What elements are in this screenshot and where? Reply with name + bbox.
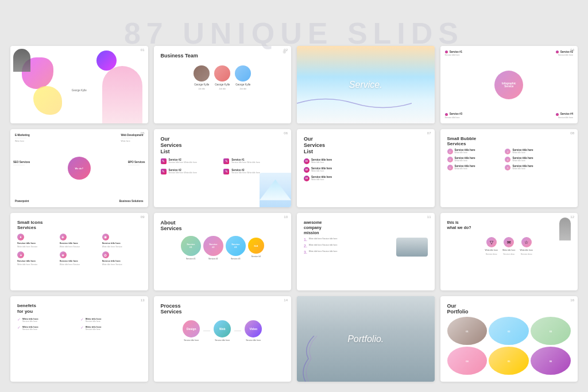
slide-13-title: benefetsfor you bbox=[17, 303, 141, 314]
icon-service-name-2: Service title here bbox=[60, 242, 78, 244]
service-corner-tl: Service #1 Service title here bbox=[445, 51, 462, 57]
icon-circle-3: ◉ bbox=[102, 234, 109, 240]
avatar-2 bbox=[214, 65, 230, 81]
service-list-item-1: ✎ Service #2 Service title here Write ti… bbox=[161, 158, 222, 164]
portfolio-items-grid: 01 02 03 04 05 06 bbox=[447, 317, 571, 375]
si-e-marketing: E-Marketing Write here bbox=[15, 134, 30, 143]
numbered-service-2: 02 Service title here Write title here bbox=[304, 167, 428, 173]
wave-decoration bbox=[297, 95, 412, 112]
slide-12-title: this iswhat we do? bbox=[447, 220, 571, 230]
benefit-text-2: Write title here Service title here bbox=[86, 317, 102, 323]
service-icon-2: ✎ bbox=[223, 158, 229, 164]
wwd-name-2: Write title here bbox=[502, 249, 516, 251]
wwd-circle-1: ▽ bbox=[486, 237, 497, 247]
wwd-icon-3: ☆ Write title here Service desc bbox=[520, 237, 533, 256]
service-hero-title: Service. bbox=[349, 80, 382, 90]
wwd-name-1: Write title here bbox=[485, 249, 498, 251]
mission-num-1: 1. bbox=[304, 238, 307, 242]
si-label-4: BPO Services bbox=[128, 161, 145, 164]
slide-number-9: 09 bbox=[141, 215, 145, 219]
bubble-desc-3: Write title here bbox=[455, 160, 475, 162]
bubble-num-1: 1 bbox=[447, 149, 453, 154]
slide-7-content: OurServicesList 01 Service title here Wr… bbox=[304, 136, 428, 196]
service-icon-3: ✎ bbox=[161, 169, 167, 174]
bubble-item-5: 5 Service title here Write title here bbox=[447, 165, 503, 170]
mission-text-1: Write title here Service title here bbox=[309, 238, 338, 240]
dot-bl bbox=[445, 113, 448, 116]
portfolio-wave-decoration bbox=[297, 336, 331, 382]
si-label-1: E-Marketing bbox=[15, 134, 30, 137]
si-line-3 bbox=[13, 165, 25, 165]
we-do-circle: We do? bbox=[68, 157, 91, 180]
bubble-text-3: Service title here Write title here bbox=[455, 157, 475, 162]
bubble-item-4: 4 Service title here Write title here bbox=[505, 157, 560, 162]
icon-service-5: ❖ Service title here Write title here Se… bbox=[60, 251, 99, 266]
slide-10-title: AboutServices bbox=[161, 220, 285, 231]
si-label-5: Powerpoint bbox=[15, 200, 29, 203]
about-label-4: Service #4 bbox=[251, 255, 261, 258]
about-circle-wrap-1: Service#1 Service #1 bbox=[181, 236, 201, 260]
si-powerpoint: Powerpoint bbox=[15, 200, 29, 203]
process-label-3: Service title here bbox=[246, 339, 261, 341]
mission-item-2: 2. Write title here Service title here bbox=[304, 244, 394, 248]
ns-text-1: Service title here Write title here bbox=[311, 158, 332, 164]
bubble-num-2: 2 bbox=[505, 149, 510, 154]
slide-4: 04 InfographicService Service #1 Service… bbox=[440, 46, 578, 123]
service-text-4: Service #2 Service title here Write titl… bbox=[231, 169, 260, 174]
dot-tl bbox=[445, 51, 448, 53]
bubble-text-2: Service title here Write title here bbox=[512, 149, 533, 154]
service-2-title: Service #2 bbox=[560, 51, 573, 53]
slides-grid: 01 George Kylle 02 Business Team George … bbox=[0, 0, 588, 392]
mission-list: 1. Write title here Service title here 2… bbox=[304, 238, 394, 257]
team-name-3: George Kylle bbox=[235, 83, 250, 86]
about-circle-3: Service#3 bbox=[226, 236, 246, 256]
slide-16: 16 OurPortfolio 01 02 03 04 05 06 bbox=[440, 296, 578, 382]
bubble-services-list: 1 Service title here Write title here 2 … bbox=[447, 149, 571, 170]
num-badge-2: 02 bbox=[304, 167, 310, 173]
slide-7-title: OurServicesList bbox=[304, 136, 428, 154]
slide-14: 14 ProcessServices Design Service title … bbox=[154, 296, 292, 382]
portfolio-hero-title: Portfolio. bbox=[347, 334, 384, 344]
slide-11: 11 awesomecompanymission 1. Write title … bbox=[297, 213, 435, 290]
bubble-desc-5: Write title here bbox=[455, 168, 475, 170]
slide-8: 08 Small BubbleServices 1 Service title … bbox=[440, 129, 578, 207]
port-badge-1: 01 bbox=[466, 329, 468, 332]
icon-service-desc-1: Write title here Service bbox=[17, 246, 37, 249]
about-circle-4: S#4 bbox=[248, 238, 264, 254]
slide-14-title: ProcessServices bbox=[161, 303, 285, 315]
si-line-1 bbox=[15, 138, 26, 138]
service-desc-2: Service title here Write title here bbox=[231, 161, 260, 164]
port-badge-2: 02 bbox=[508, 329, 510, 332]
port-badge-3: 03 bbox=[550, 329, 552, 332]
port-badge-4: 04 bbox=[466, 359, 468, 362]
process-item-2: Web Service title here bbox=[214, 320, 231, 341]
wwd-icon-2: ✉ Write title here Service desc bbox=[502, 237, 516, 256]
bubble-item-1: 1 Service title here Write title here bbox=[447, 149, 503, 154]
icon-service-6: ✿ Service title here Write title here Se… bbox=[102, 251, 141, 266]
ns-desc-3: Write title here bbox=[311, 178, 332, 181]
bubble-desc-2: Write title here bbox=[512, 152, 533, 154]
service-4-desc: Service title here bbox=[558, 117, 573, 119]
slide-5: 05 We do? E-Marketing Write here Web Dev… bbox=[10, 129, 148, 207]
slide-11-title: awesomecompanymission bbox=[304, 220, 428, 235]
person-name-label: George Kylle bbox=[10, 89, 148, 92]
icon-service-desc-4: Write title here Service bbox=[17, 263, 37, 266]
about-circle-1: Service#1 bbox=[181, 236, 201, 256]
si-desc-1: Write here bbox=[15, 140, 24, 142]
benefit-item-3: ✓ Write title here Service title here bbox=[17, 325, 78, 331]
fashion-person bbox=[102, 66, 142, 123]
bubble-item-2: 2 Service title here Write title here bbox=[505, 149, 560, 154]
icon-service-desc-6: Write title here Service bbox=[102, 263, 122, 266]
about-circle-wrap-2: Service#2 Service #2 bbox=[203, 236, 223, 260]
si-web-dev: Web Development Write here bbox=[121, 134, 144, 143]
service-desc-4: Service title here Write title here bbox=[231, 172, 260, 174]
avatar-3 bbox=[235, 65, 251, 81]
ns-text-2: Service title here Write title here bbox=[311, 167, 332, 173]
dot-tr bbox=[556, 51, 559, 53]
num-badge-3: 03 bbox=[304, 176, 310, 181]
process-circle-1: Design bbox=[183, 320, 200, 337]
about-label-3: Service #3 bbox=[231, 258, 241, 260]
slide-number-8: 08 bbox=[570, 131, 574, 135]
benefit-item-2: ✓ Write title here Service title here bbox=[80, 317, 141, 323]
icon-service-desc-5: Write title here Service bbox=[60, 263, 80, 266]
